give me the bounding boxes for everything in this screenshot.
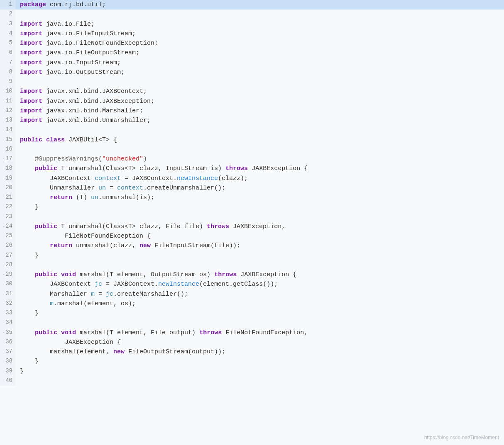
line-number: 26 <box>0 241 16 250</box>
code-line <box>16 10 504 19</box>
line-number: 20 <box>0 183 16 193</box>
code-line <box>16 125 504 135</box>
table-row: 13import javax.xml.bind.Unmarshaller; <box>0 116 504 125</box>
code-line: } <box>16 202 504 212</box>
code-line: JAXBContext context = JAXBContext.newIns… <box>16 174 504 183</box>
table-row: 33 } <box>0 309 504 318</box>
line-number: ◦3 <box>0 19 16 29</box>
table-row: 31 Marshaller m = jc.createMarshaller(); <box>0 289 504 299</box>
line-number: 7 <box>0 58 16 68</box>
table-row: ◦35 public void marshal(T element, File … <box>0 328 504 338</box>
code-line: Marshaller m = jc.createMarshaller(); <box>16 289 504 299</box>
watermark: https://blog.csdn.net/TimeMoment <box>424 434 499 442</box>
line-number: 23 <box>0 212 16 222</box>
code-line: return unmarshal(clazz, new FileInputStr… <box>16 241 504 250</box>
table-row: 39} <box>0 367 504 376</box>
code-line: } <box>16 357 504 366</box>
code-line: package com.rj.bd.util; <box>16 0 504 10</box>
code-line: } <box>16 251 504 260</box>
code-line: Unmarshaller un = context.createUnmarsha… <box>16 183 504 193</box>
table-row: 23 <box>0 212 504 222</box>
line-number: 39 <box>0 367 16 376</box>
code-line <box>16 376 504 386</box>
code-line: import java.io.InputStream; <box>16 58 504 68</box>
line-number: 19 <box>0 174 16 183</box>
line-number: 8 <box>0 68 16 77</box>
line-number: 28 <box>0 260 16 270</box>
line-number: ◦24 <box>0 222 16 231</box>
line-number: 22 <box>0 202 16 212</box>
line-number: 40 <box>0 376 16 386</box>
line-number: 14 <box>0 125 16 135</box>
line-number: 11 <box>0 97 16 106</box>
line-number: 16 <box>0 145 16 154</box>
table-row: 38 } <box>0 357 504 366</box>
code-line: @SuppressWarnings("unchecked") <box>16 154 504 164</box>
line-number: 13 <box>0 116 16 125</box>
line-number: 34 <box>0 318 16 328</box>
table-row: ◦3import java.io.File; <box>0 19 504 29</box>
code-line: JAXBContext jc = JAXBContext.newInstance… <box>16 280 504 289</box>
table-row: 18 public T unmarshal(Class<T> clazz, In… <box>0 164 504 173</box>
line-number: 5 <box>0 39 16 48</box>
table-row: 5import java.io.FileNotFoundException; <box>0 39 504 48</box>
code-line: import javax.xml.bind.Marshaller; <box>16 106 504 116</box>
line-number: 15 <box>0 135 16 145</box>
line-number: ◦17 <box>0 154 16 164</box>
line-number: 9 <box>0 77 16 87</box>
table-row: 6import java.io.FileOutputStream; <box>0 48 504 58</box>
line-number: ◦35 <box>0 328 16 338</box>
code-line: import java.io.FileInputStream; <box>16 29 504 39</box>
table-row: ◦29 public void marshal(T element, Outpu… <box>0 270 504 280</box>
table-row: 32 m.marshal(element, os); <box>0 299 504 309</box>
table-row: ◦17 @SuppressWarnings("unchecked") <box>0 154 504 164</box>
line-number: 37 <box>0 347 16 357</box>
line-number: 30 <box>0 280 16 289</box>
code-container: 1package com.rj.bd.util;2 ◦3import java.… <box>0 0 504 445</box>
table-row: 7import java.io.InputStream; <box>0 58 504 68</box>
code-line: return (T) un.unmarshal(is); <box>16 193 504 202</box>
line-number: 38 <box>0 357 16 366</box>
table-row: 14 <box>0 125 504 135</box>
table-row: 11import javax.xml.bind.JAXBException; <box>0 97 504 106</box>
table-row: 37 marshal(element, new FileOutputStream… <box>0 347 504 357</box>
line-number: 18 <box>0 164 16 173</box>
table-row: 2 <box>0 10 504 19</box>
code-line: public void marshal(T element, File outp… <box>16 328 504 338</box>
code-line: import java.io.OutputStream; <box>16 68 504 77</box>
table-row: 20 Unmarshaller un = context.createUnmar… <box>0 183 504 193</box>
code-line <box>16 260 504 270</box>
line-number: 21 <box>0 193 16 202</box>
line-number: 1 <box>0 0 16 10</box>
line-number: 4 <box>0 29 16 39</box>
line-number: 12 <box>0 106 16 116</box>
table-row: 10import javax.xml.bind.JAXBContext; <box>0 87 504 96</box>
line-number: 6 <box>0 48 16 58</box>
code-line: import java.io.FileNotFoundException; <box>16 39 504 48</box>
table-row: 4import java.io.FileInputStream; <box>0 29 504 39</box>
line-number: 25 <box>0 231 16 241</box>
table-row: 16 <box>0 145 504 154</box>
code-line <box>16 318 504 328</box>
code-line: import java.io.File; <box>16 19 504 29</box>
table-row: ◦24 public T unmarshal(Class<T> clazz, F… <box>0 222 504 231</box>
table-row: 36 JAXBException { <box>0 338 504 347</box>
code-line: import java.io.FileOutputStream; <box>16 48 504 58</box>
code-line: import javax.xml.bind.JAXBContext; <box>16 87 504 96</box>
code-line: } <box>16 309 504 318</box>
table-row: 34 <box>0 318 504 328</box>
table-row: 40 <box>0 376 504 386</box>
code-line: } <box>16 367 504 376</box>
table-row: 26 return unmarshal(clazz, new FileInput… <box>0 241 504 250</box>
table-row: 15public class JAXBUtil<T> { <box>0 135 504 145</box>
table-row: 19 JAXBContext context = JAXBContext.new… <box>0 174 504 183</box>
code-line: import javax.xml.bind.JAXBException; <box>16 97 504 106</box>
line-number: 10 <box>0 87 16 96</box>
line-number: 32 <box>0 299 16 309</box>
code-line: import javax.xml.bind.Unmarshaller; <box>16 116 504 125</box>
line-number: 27 <box>0 251 16 260</box>
line-number: 31 <box>0 289 16 299</box>
code-line <box>16 77 504 87</box>
table-row: 28 <box>0 260 504 270</box>
code-table: 1package com.rj.bd.util;2 ◦3import java.… <box>0 0 504 386</box>
